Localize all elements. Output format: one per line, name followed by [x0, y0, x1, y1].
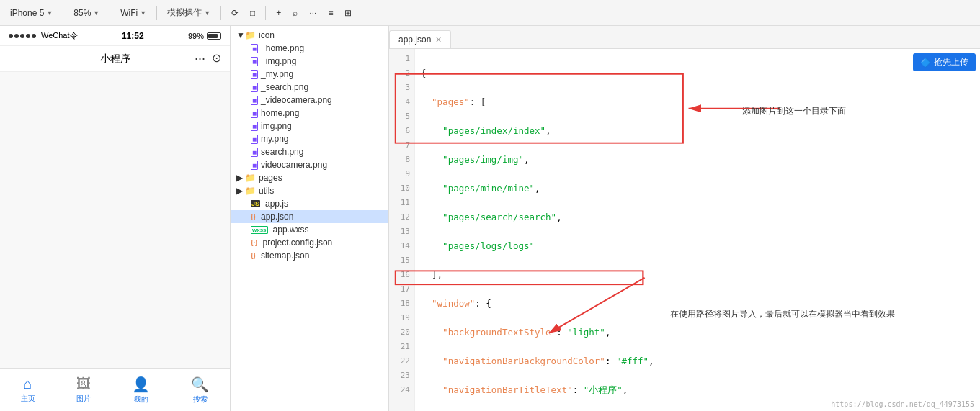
folder-icon-item[interactable]: ▼ 📁 icon	[231, 29, 388, 42]
file-app-js[interactable]: JS app.js	[231, 197, 388, 210]
code-line-6: "pages/search/search",	[421, 210, 974, 225]
divider3	[156, 6, 157, 20]
file-project-config[interactable]: {·} project.config.json	[231, 236, 388, 249]
file-app-json[interactable]: {} app.json	[231, 210, 388, 223]
layout-icon: ≡	[328, 8, 333, 18]
code-line-4: "pages/img/img",	[421, 153, 974, 167]
panel-icon: ⊞	[344, 8, 352, 18]
mode-chevron: ▼	[204, 9, 210, 17]
tab-mine[interactable]: 👤 我的	[132, 376, 150, 405]
file-search-png[interactable]: ■ _search.png	[231, 81, 388, 94]
signal-dot-3	[20, 34, 24, 38]
img-file-icon-9: ■	[251, 148, 258, 157]
tab-search-label: 搜索	[193, 394, 208, 405]
code-line-8: ],	[421, 268, 974, 282]
code-line-2: "pages": [	[421, 95, 974, 109]
tab-img-icon: 🖼	[76, 376, 91, 392]
file-search2-png[interactable]: ■ search.png	[231, 145, 388, 158]
folder-utils-label: utils	[259, 186, 274, 196]
file-project-config-label: project.config.json	[263, 238, 333, 248]
file-img2-png[interactable]: ■ img.png	[231, 119, 388, 132]
file-home-png[interactable]: ■ _home.png	[231, 42, 388, 55]
file-img-png[interactable]: ■ _img.png	[231, 55, 388, 68]
phone-nav-bar: 小程序 ··· ⊙	[0, 46, 230, 72]
file-home-png-label: _home.png	[261, 43, 304, 53]
editor-tab-app-json[interactable]: app.json ×	[389, 30, 451, 48]
file-search-png-label: _search.png	[261, 82, 308, 92]
phone-tab-bar: ⌂ 主页 🖼 图片 👤 我的 🔍 搜索	[0, 368, 230, 411]
file-img2-png-label: img.png	[261, 121, 292, 131]
tab-img[interactable]: 🖼 图片	[76, 376, 91, 404]
folder-icon-label: icon	[259, 30, 275, 40]
file-videocamera2-png[interactable]: ■ videocamera.png	[231, 158, 388, 171]
img-file-icon-7: ■	[251, 122, 258, 131]
home-button[interactable]: □	[246, 6, 259, 19]
file-app-js-label: app.js	[265, 199, 288, 209]
code-line-10: "backgroundTextStyle": "light",	[421, 325, 974, 340]
annotation-add-image: 添加图片到这一个目录下面	[742, 105, 846, 117]
code-line-3: "pages/index/index",	[421, 124, 974, 138]
file-my-png[interactable]: ■ _my.png	[231, 68, 388, 81]
folder-pages-item[interactable]: ▶ 📁 pages	[231, 171, 388, 184]
img-file-icon-3: ■	[251, 70, 258, 79]
tab-img-label: 图片	[76, 394, 91, 404]
tab-close-btn[interactable]: ×	[435, 34, 441, 45]
code-line-1: {	[421, 66, 974, 81]
file-my2-png[interactable]: ■ my.png	[231, 132, 388, 145]
divider4	[220, 6, 221, 20]
status-right: 99%	[188, 32, 221, 40]
upload-button[interactable]: 🔷 抢先上传	[913, 53, 976, 71]
signal-dots	[9, 34, 36, 38]
carrier-label: WeChat令	[41, 30, 78, 41]
nav-record-icon[interactable]: ⊙	[212, 51, 221, 66]
tab-home[interactable]: ⌂ 主页	[21, 376, 35, 404]
phone-screen: WeChat令 11:52 99% 小程序 ··· ⊙	[0, 26, 230, 411]
file-home2-png[interactable]: ■ home.png	[231, 107, 388, 119]
device-label: iPhone 5	[10, 8, 44, 18]
file-sitemap-json[interactable]: {} sitemap.json	[231, 249, 388, 262]
divider2	[110, 6, 110, 20]
file-img-png-label: _img.png	[261, 56, 296, 66]
file-app-wxss[interactable]: wxss app.wxss	[231, 223, 388, 236]
folder-toggle: ▼	[236, 30, 242, 40]
tab-search[interactable]: 🔍 搜索	[191, 376, 209, 405]
signal-dot-2	[14, 34, 19, 38]
more-button[interactable]: ···	[305, 6, 321, 19]
utils-toggle: ▶	[236, 186, 242, 196]
file-videocamera-png[interactable]: ■ _videocamera.png	[231, 94, 388, 107]
editor-overlay: 12345 678910 1112131415 1617181920 21222…	[389, 49, 980, 411]
img-file-icon-1: ■	[251, 44, 258, 53]
search-button[interactable]: ⌕	[288, 6, 302, 19]
folder-icon-icon: 📁	[245, 30, 256, 40]
signal-dot-1	[9, 34, 13, 38]
add-button[interactable]: +	[272, 6, 285, 19]
layout-button[interactable]: ≡	[324, 6, 337, 19]
device-selector[interactable]: iPhone 5 ▼	[6, 6, 57, 19]
nav-menu-icon[interactable]: ···	[195, 51, 205, 66]
file-app-json-label: app.json	[261, 212, 293, 222]
network-selector[interactable]: WiFi ▼	[116, 6, 151, 19]
add-icon: +	[276, 8, 281, 18]
upload-icon: 🔷	[920, 58, 931, 68]
battery-percent: 99%	[188, 32, 204, 40]
img-file-icon-4: ■	[251, 83, 258, 92]
nav-title: 小程序	[100, 53, 130, 66]
device-chevron: ▼	[46, 9, 53, 17]
img-file-icon-2: ■	[251, 57, 258, 66]
home-icon: □	[250, 8, 255, 18]
rotate-button[interactable]: ⟳	[227, 6, 243, 19]
zoom-selector[interactable]: 85% ▼	[69, 6, 104, 19]
file-videocamera-png-label: _videocamera.png	[261, 95, 332, 105]
mode-selector[interactable]: 模拟操作 ▼	[163, 5, 215, 20]
tab-search-icon: 🔍	[191, 376, 209, 393]
code-lines[interactable]: { "pages": [ "pages/index/index", "pages…	[415, 49, 980, 411]
search-icon: ⌕	[293, 8, 298, 18]
tab-file-name: app.json	[398, 35, 431, 45]
panel-button[interactable]: ⊞	[340, 6, 356, 19]
divider1	[63, 6, 63, 20]
battery-icon	[207, 32, 221, 40]
folder-utils-item[interactable]: ▶ 📁 utils	[231, 184, 388, 197]
battery-fill	[208, 34, 218, 38]
upload-label: 抢先上传	[934, 56, 968, 68]
file-search2-png-label: search.png	[261, 147, 303, 157]
